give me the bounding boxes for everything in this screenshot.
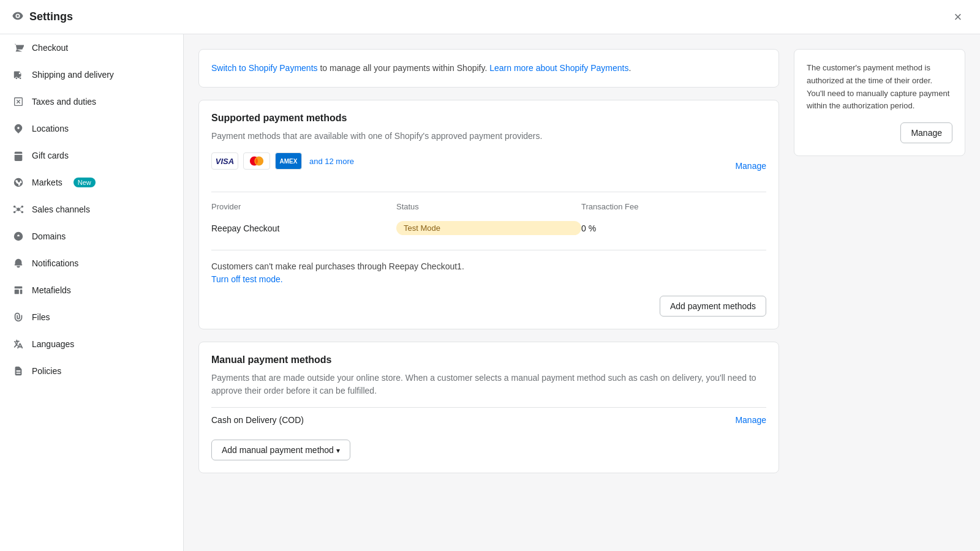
and-more-link[interactable]: and 12 more — [309, 157, 354, 166]
sidebar-item-policies-label: Policies — [32, 366, 61, 376]
visa-logo: VISA — [211, 152, 238, 170]
page-title: Settings — [29, 10, 73, 23]
settings-gear-icon — [12, 10, 23, 23]
table-header: Provider Status Transaction Fee — [211, 202, 766, 216]
close-icon: × — [954, 9, 962, 25]
channels-icon — [12, 203, 24, 216]
sidebar-item-files-label: Files — [32, 312, 50, 322]
close-button[interactable]: × — [948, 7, 968, 27]
cod-label: Cash on Delivery (COD) — [211, 415, 304, 425]
sidebar-item-notifications-label: Notifications — [32, 258, 78, 268]
banner-text-2: . — [628, 63, 631, 73]
svg-point-5 — [21, 206, 24, 208]
sidebar-item-sales-channels-label: Sales channels — [32, 204, 90, 214]
header-status: Status — [396, 202, 581, 211]
sidebar-item-checkout-label: Checkout — [32, 43, 68, 53]
switch-shopify-payments-link[interactable]: Switch to Shopify Payments — [211, 63, 318, 73]
add-payment-methods-footer: Add payment methods — [211, 296, 766, 317]
top-bar: Settings × — [0, 0, 980, 34]
sidebar-item-taxes-label: Taxes and duties — [32, 97, 96, 107]
manual-payments-description: Payments that are made outside your onli… — [211, 372, 766, 397]
sidebar-item-languages[interactable]: Languages — [0, 331, 183, 358]
svg-line-9 — [20, 208, 21, 209]
sidebar-item-markets[interactable]: Markets New — [0, 169, 183, 196]
location-icon — [12, 122, 24, 135]
divider — [211, 192, 766, 192]
manual-payment-methods-card: Manual payment methods Payments that are… — [198, 342, 779, 473]
sidebar-item-gift-cards-label: Gift cards — [32, 151, 69, 160]
gift-icon — [12, 149, 24, 162]
supported-payments-title: Supported payment methods — [211, 113, 766, 124]
supported-payments-manage-link[interactable]: Manage — [735, 161, 766, 171]
status-badge: Test Mode — [396, 221, 581, 235]
header-provider: Provider — [211, 202, 396, 211]
manual-payments-title: Manual payment methods — [211, 354, 766, 365]
files-icon — [12, 311, 24, 323]
markets-globe-icon — [12, 176, 24, 189]
sidebar-item-taxes[interactable]: Taxes and duties — [0, 88, 183, 115]
svg-point-6 — [13, 211, 16, 214]
warning-text: Customers can't make real purchases thro… — [211, 261, 464, 271]
sidebar-item-metafields[interactable]: Metafields — [0, 277, 183, 304]
sidebar-item-markets-label: Markets — [32, 178, 62, 187]
right-info-card: The customer's payment method is authori… — [794, 49, 965, 156]
chevron-down-icon: ▾ — [336, 446, 340, 455]
svg-line-11 — [20, 210, 21, 211]
sidebar-item-locations-label: Locations — [32, 124, 69, 133]
sidebar: Checkout Shipping and delivery — [0, 34, 184, 551]
add-manual-payment-button[interactable]: Add manual payment method ▾ — [211, 440, 350, 460]
supported-payments-description: Payment methods that are available with … — [211, 130, 766, 143]
sidebar-item-sales-channels[interactable]: Sales channels — [0, 196, 183, 223]
main-content: Switch to Shopify Payments to manage all… — [198, 49, 779, 536]
cod-manage-link[interactable]: Manage — [735, 415, 766, 425]
payment-logos: VISA AMEX and 12 more — [211, 152, 354, 170]
sidebar-item-metafields-label: Metafields — [32, 285, 71, 295]
shopify-payments-banner-card: Switch to Shopify Payments to manage all… — [198, 49, 779, 88]
svg-point-7 — [21, 211, 24, 214]
amex-logo: AMEX — [275, 152, 302, 170]
transaction-fee: 0 % — [581, 223, 766, 233]
sidebar-item-checkout[interactable]: Checkout — [0, 34, 183, 61]
taxes-icon — [12, 96, 24, 108]
right-panel-manage-button[interactable]: Manage — [900, 122, 952, 143]
right-card-footer: Manage — [807, 122, 952, 143]
metafields-icon — [12, 284, 24, 296]
policies-icon — [12, 365, 24, 377]
svg-line-10 — [15, 210, 17, 211]
sidebar-item-locations[interactable]: Locations — [0, 115, 183, 142]
payment-logos-row: VISA AMEX and 12 more Mana — [211, 152, 766, 179]
turn-off-test-mode-link[interactable]: Turn off test mode. — [211, 274, 283, 284]
bell-icon — [12, 257, 24, 269]
content-area: Switch to Shopify Payments to manage all… — [184, 34, 980, 551]
markets-new-badge: New — [74, 178, 96, 187]
sidebar-item-domains[interactable]: Domains — [0, 223, 183, 250]
checkout-icon — [12, 42, 24, 54]
sidebar-item-shipping-label: Shipping and delivery — [32, 70, 114, 80]
provider-name: Reepay Checkout — [211, 223, 396, 233]
sidebar-item-gift-cards[interactable]: Gift cards — [0, 142, 183, 169]
svg-point-4 — [13, 206, 16, 208]
learn-more-link[interactable]: Learn more about Shopify Payments — [489, 63, 628, 73]
sidebar-item-domains-label: Domains — [32, 231, 66, 241]
languages-icon — [12, 338, 24, 350]
add-manual-button-row: Add manual payment method ▾ — [211, 440, 766, 460]
top-bar-left: Settings — [12, 10, 73, 23]
add-manual-payment-label: Add manual payment method — [222, 445, 334, 455]
sidebar-item-shipping[interactable]: Shipping and delivery — [0, 61, 183, 88]
add-payment-methods-button[interactable]: Add payment methods — [660, 296, 766, 317]
svg-line-8 — [15, 208, 17, 209]
cod-row: Cash on Delivery (COD) Manage — [211, 407, 766, 432]
right-panel: The customer's payment method is authori… — [794, 49, 965, 536]
provider-table: Provider Status Transaction Fee Reepay C… — [211, 202, 766, 240]
sidebar-item-policies[interactable]: Policies — [0, 358, 183, 384]
sidebar-item-notifications[interactable]: Notifications — [0, 250, 183, 277]
supported-payment-methods-card: Supported payment methods Payment method… — [198, 100, 779, 329]
sidebar-item-languages-label: Languages — [32, 339, 74, 349]
sidebar-item-files[interactable]: Files — [0, 304, 183, 331]
banner-text-1: to manage all your payments within Shopi… — [318, 63, 490, 73]
test-mode-warning: Customers can't make real purchases thro… — [211, 250, 766, 286]
header-fee: Transaction Fee — [581, 202, 766, 211]
domains-globe-icon — [12, 230, 24, 242]
right-card-text: The customer's payment method is authori… — [807, 62, 952, 113]
shipping-icon — [12, 69, 24, 81]
